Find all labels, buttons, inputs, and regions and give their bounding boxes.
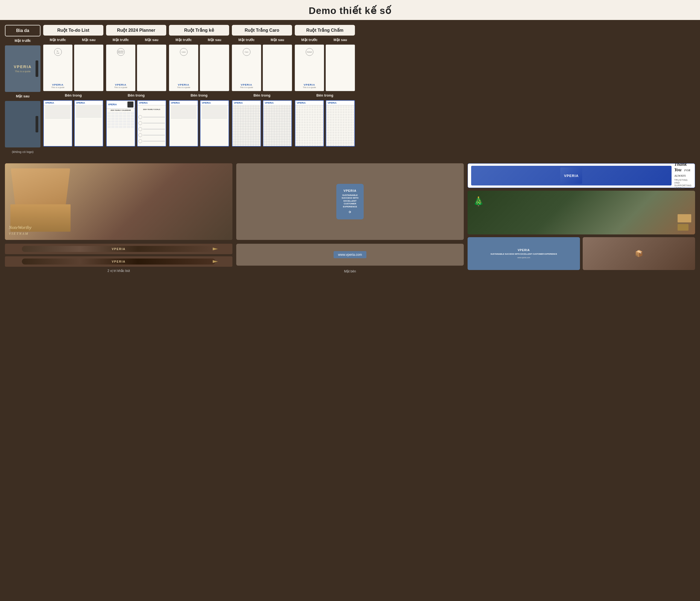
- todo-inside-right: VPERIA: [74, 100, 103, 147]
- r-line10: [76, 116, 101, 116]
- notebook-quote: This is a quote: [15, 70, 30, 73]
- mini-photo: 📦: [583, 237, 695, 270]
- box-brand-label: NoteWorthy VIETNAM: [9, 224, 31, 236]
- caro-inside-label: Bên trong: [232, 93, 292, 97]
- package-stack: [678, 214, 691, 231]
- line10: [45, 116, 71, 116]
- thankyou-logo-bg: VPERIA: [471, 166, 672, 186]
- caro-front-label: Mặt trước: [232, 38, 261, 42]
- line1: [45, 106, 71, 106]
- cham-front-quote: This is a quote: [303, 86, 316, 89]
- caro-front-quote: This is a quote: [240, 86, 253, 89]
- r-line4: [76, 110, 101, 110]
- pen-brand-bottom: VPERIA: [112, 260, 126, 263]
- cham-brand-l: VPERIA: [297, 101, 306, 104]
- pen-label: 2 vị trí khắc bút: [5, 269, 232, 273]
- todo-front-label: Mặt trước: [43, 38, 72, 42]
- cham-front-label: Mặt trước: [295, 38, 324, 42]
- caro-back-page: [263, 45, 292, 91]
- todo-inside-label: Bên trong: [43, 93, 103, 97]
- caro-inside-left: VPERIA: [232, 100, 261, 147]
- col-header-cham: Ruột Trắng Chấm: [295, 25, 355, 35]
- poster-box: VPERIA SUSTAINABLE SUCCESS WITH EXCELLEN…: [236, 163, 464, 240]
- dots-grid-r: [326, 105, 354, 146]
- ke-front-quote: This is a quote: [177, 86, 190, 89]
- cham-front-logo: VPERIA: [303, 83, 315, 86]
- line6: [45, 112, 71, 112]
- cham-inside-label: Bên trong: [295, 93, 355, 97]
- page-title: Demo thiết kế số: [0, 0, 700, 20]
- side-url: www.vperia.com: [333, 251, 366, 258]
- package-icon: 📦: [635, 250, 643, 258]
- bottom-section: NoteWorthy VIETNAM VPERIA VPERIA 2 vị: [0, 159, 700, 278]
- planner-inside-label: Bên trong: [106, 93, 166, 97]
- ke-back-page: [200, 45, 229, 91]
- mini-poster-brand: VPERIA: [518, 249, 530, 252]
- col-header-bia-da: Bìa da: [5, 25, 41, 37]
- r-line9: [76, 115, 101, 115]
- pen-container: VPERIA VPERIA 2 vị trí khắc bút: [5, 244, 232, 273]
- col-header-trang-ke: Ruột Trắng kẻ: [169, 25, 229, 35]
- planner-front-label: Mặt trước: [106, 38, 135, 42]
- cham-inside-right: VPERIA: [326, 100, 355, 147]
- thankyou-logo-text: VPERIA: [564, 174, 579, 178]
- side-box: www.vperia.com: [236, 244, 464, 266]
- col-todo: Ruột To-do List Mặt trước Mặt sau ToList…: [43, 25, 103, 153]
- caro-brand-l: VPERIA: [234, 101, 243, 104]
- cham-front-page: Dotted VPERIA This is a quote: [295, 45, 324, 91]
- top-section: Bìa da Mặt trước VPERIA This is a quote …: [0, 20, 700, 159]
- pen-shape-top: VPERIA: [22, 246, 215, 252]
- r-line11: [76, 117, 101, 117]
- christmas-photo: 🎄: [468, 191, 695, 235]
- cham-back-page: [326, 45, 355, 91]
- cham-inside-left: VPERIA: [295, 100, 324, 147]
- r-line2: [76, 107, 101, 107]
- mini-poster: VPERIA SUSTAINABLE SUCCESS WITH EXCELLEN…: [468, 237, 580, 270]
- todo-front-page: ToList VPERIA This is a quote: [43, 45, 72, 91]
- ke-front-logo: VPERIA: [178, 83, 189, 86]
- qr-code: [127, 101, 133, 107]
- front-label-col1: Mặt trước: [5, 39, 41, 43]
- poster-inner: VPERIA SUSTAINABLE SUCCESS WITH EXCELLEN…: [336, 184, 364, 219]
- line4: [45, 110, 71, 110]
- dots-grid-l: [295, 105, 323, 146]
- side-label: Mặt bên: [236, 269, 464, 273]
- r-line6: [76, 112, 101, 112]
- notebook-brand: VPERIA: [14, 65, 32, 69]
- todo-back-label: Mặt sau: [74, 38, 103, 42]
- box-photo: NoteWorthy VIETNAM: [5, 163, 232, 240]
- todo-inside-brand-l: VPERIA: [45, 101, 54, 104]
- line7: [45, 113, 71, 113]
- line5: [45, 111, 71, 111]
- thankyou-card: VPERIA Thank You FOR ALWAYS TRUSTING AND…: [468, 163, 695, 188]
- caro-grid-l: [232, 105, 260, 146]
- box-photo-inner: NoteWorthy VIETNAM: [5, 163, 232, 240]
- todo-front-quote: This is a quote: [51, 86, 65, 89]
- bottom-left: NoteWorthy VIETNAM VPERIA VPERIA 2 vị: [5, 163, 232, 273]
- line3: [45, 108, 71, 109]
- cham-brand-r: VPERIA: [328, 101, 336, 104]
- thankyou-logo-box: VPERIA: [560, 167, 582, 184]
- calendar-title: 2024 YEARLY CALENDAR: [107, 110, 134, 111]
- mini-poster-text: SUSTAINABLE SUCCESS WITH EXCELLENT CUSTO…: [491, 253, 557, 255]
- notebook-strap: [35, 61, 38, 77]
- pen-row-top: VPERIA: [5, 244, 232, 254]
- todo-circle-icon: ToList: [54, 48, 62, 56]
- r-line3: [76, 108, 101, 109]
- caro-back-label: Mặt sau: [263, 38, 292, 42]
- ke-circle-icon: Lines: [180, 48, 188, 56]
- caro-circle-icon: Caro: [243, 48, 250, 56]
- line2: [45, 107, 71, 107]
- caro-brand-r: VPERIA: [265, 101, 274, 104]
- caro-front-page: Caro VPERIA This is a quote: [232, 45, 261, 91]
- r-line5: [76, 111, 101, 111]
- todo-inside-left: VPERIA: [43, 100, 72, 147]
- line11: [45, 117, 71, 117]
- pen-row-bottom: VPERIA: [5, 256, 232, 267]
- todo-front-logo: VPERIA: [52, 83, 64, 86]
- plane-icon: ✈: [348, 210, 352, 214]
- thankyou-title: Thank You FOR ALWAYS: [674, 162, 692, 178]
- bottom-mid: VPERIA SUSTAINABLE SUCCESS WITH EXCELLEN…: [236, 163, 464, 273]
- mini-photo-bg: 📦: [583, 237, 695, 270]
- poster-text: SUSTAINABLE SUCCESS WITH EXCELLENT CUSTO…: [339, 194, 361, 208]
